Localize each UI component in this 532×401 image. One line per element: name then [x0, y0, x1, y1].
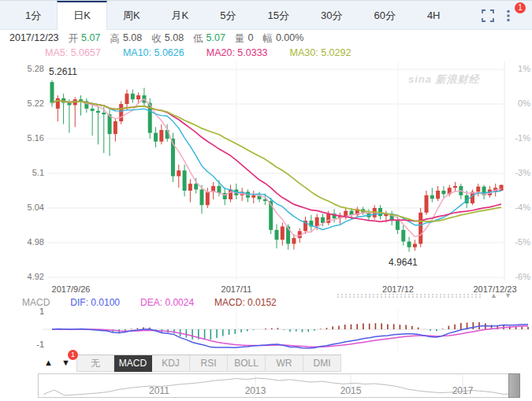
- field-close-label: 收: [151, 32, 162, 45]
- field-open: 开5.07: [69, 32, 101, 45]
- price-label-5.1: 5.1: [0, 168, 44, 178]
- pane-collapse-up-icon[interactable]: ▲: [490, 291, 497, 299]
- kline-chart-app: 1分日K周K月K5分15分30分60分4H 1 2017/12/23 开5.07…: [0, 0, 532, 401]
- field-volume-label: 量: [235, 32, 245, 45]
- notification-badge[interactable]: 1: [515, 2, 526, 13]
- field-open-label: 开: [69, 32, 79, 45]
- tab-monthly-k[interactable]: 月K: [156, 1, 205, 30]
- field-change-label: 幅: [262, 32, 273, 45]
- tab-boll[interactable]: BOLL: [228, 355, 266, 372]
- field-change-value: 0.00%: [276, 32, 303, 45]
- field-high-value: 5.08: [123, 32, 142, 45]
- indicator-up-icon[interactable]: ▲: [44, 358, 53, 367]
- ma10-legend: MA10: 5.0626: [123, 47, 184, 59]
- price-label-5.16: 5.16: [0, 133, 44, 143]
- field-close: 收5.08: [151, 32, 184, 45]
- tab-dmi[interactable]: DMI: [303, 355, 341, 372]
- high-annotation: 5.2611: [49, 66, 77, 77]
- year-label-2015: 2015: [331, 385, 370, 396]
- fullscreen-icon[interactable]: [482, 9, 494, 22]
- percent-label--1%: -1%: [505, 133, 530, 143]
- percent-label-0%: 0%: [505, 98, 530, 109]
- tab-5min[interactable]: 5分: [204, 1, 251, 30]
- date-label-2017/9/26: 2017/9/26: [38, 284, 104, 295]
- ma-legend: MA5: 5.0657MA10: 5.0626MA20: 5.0333MA30:…: [45, 47, 351, 59]
- quote-summary: 2017/12/23 开5.07高5.08收5.08低5.07量0幅0.00%: [9, 32, 303, 45]
- indicator-down-icon[interactable]: ▼: [61, 358, 70, 367]
- macd-value: MACD: 0.0152: [214, 297, 277, 308]
- macd-axis-bottom: -1: [25, 340, 44, 349]
- price-label-4.98: 4.98: [0, 237, 44, 247]
- tab-macd[interactable]: MACD: [114, 355, 152, 372]
- tab-30min[interactable]: 30分: [305, 1, 358, 30]
- ma20-legend: MA20: 5.0333: [206, 47, 268, 59]
- field-high-label: 高: [110, 32, 120, 45]
- tab-4h[interactable]: 4H: [411, 1, 456, 30]
- tab-60min[interactable]: 60分: [358, 1, 411, 30]
- field-high: 高5.08: [110, 32, 142, 45]
- candlestick-chart[interactable]: [0, 60, 532, 287]
- field-change: 幅0.00%: [262, 32, 303, 45]
- macd-chart[interactable]: [0, 307, 532, 354]
- quote-date: 2017/12/23: [9, 32, 59, 45]
- tab-kdj[interactable]: KDJ: [152, 355, 190, 372]
- low-annotation: 4.9641: [389, 257, 418, 268]
- tab-daily-k[interactable]: 日K: [57, 1, 107, 30]
- quote-fields: 开5.07高5.08收5.08低5.07量0幅0.00%: [69, 32, 304, 45]
- kebab-menu-icon[interactable]: [507, 9, 510, 22]
- tab-rsi[interactable]: RSI: [190, 355, 228, 372]
- price-label-5.22: 5.22: [0, 98, 44, 109]
- dif-value: DIF: 0.0100: [70, 297, 120, 308]
- field-low-label: 低: [193, 32, 203, 45]
- macd-axis-top: 1: [25, 306, 44, 316]
- pane-collapse-down-icon[interactable]: ▼: [504, 291, 512, 299]
- navigator-scrollbar-thumb[interactable]: [508, 373, 520, 398]
- indicator-badge[interactable]: 1: [68, 350, 78, 360]
- field-close-value: 5.08: [165, 32, 184, 45]
- macd-legend: MACD DIF: 0.0100 DEA: 0.0024 MACD: 0.015…: [22, 297, 277, 308]
- percent-label--6%: -6%: [505, 272, 530, 282]
- ma5-legend: MA5: 5.0657: [45, 47, 101, 59]
- percent-label--5%: -5%: [505, 237, 530, 247]
- price-label-5.04: 5.04: [0, 202, 44, 213]
- tab-15min[interactable]: 15分: [251, 1, 304, 30]
- field-open-value: 5.07: [81, 32, 100, 45]
- field-volume: 量0: [235, 32, 253, 45]
- indicator-tabbar: ▲ ▼ 1 无MACDKDJRSIBOLLWRDMI: [38, 355, 521, 372]
- period-tabbar: 1分日K周K月K5分15分30分60分4H 1: [0, 0, 532, 30]
- pane-resize-handle[interactable]: [337, 294, 481, 299]
- ma30-legend: MA30: 5.0292: [290, 47, 352, 59]
- price-label-5.28: 5.28: [0, 64, 44, 74]
- tab-wr[interactable]: WR: [266, 355, 303, 372]
- percent-label-1%: 1%: [505, 64, 530, 74]
- tab-weekly-k[interactable]: 周K: [107, 1, 156, 30]
- price-label-4.92: 4.92: [0, 272, 44, 282]
- dea-value: DEA: 0.0024: [140, 297, 194, 308]
- tab-none[interactable]: 无: [76, 355, 114, 372]
- field-volume-value: 0: [247, 32, 253, 45]
- field-low-value: 5.07: [206, 32, 225, 45]
- year-label-2013: 2013: [236, 385, 275, 396]
- percent-label--4%: -4%: [505, 202, 530, 213]
- year-label-2017: 2017: [443, 385, 482, 396]
- period-tabs: 1分日K周K月K5分15分30分60分4H: [9, 1, 456, 30]
- year-label-2011: 2011: [140, 385, 179, 396]
- field-low: 低5.07: [193, 32, 225, 45]
- date-label-2017/11: 2017/11: [203, 284, 270, 295]
- tab-1min[interactable]: 1分: [9, 1, 57, 30]
- indicator-tabs: 无MACDKDJRSIBOLLWRDMI: [76, 355, 341, 372]
- percent-label--3%: -3%: [505, 168, 530, 178]
